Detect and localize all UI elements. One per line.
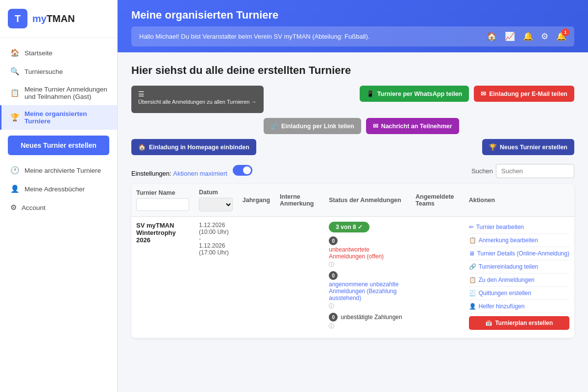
datum-filter-select[interactable] (199, 198, 233, 211)
status-text-2: angenommene unbezahlte Anmeldungen (Beza… (329, 281, 406, 301)
home-icon: 🏠 (10, 48, 20, 57)
action-helfer[interactable]: 👤 Helfer hinzufügen (469, 301, 569, 312)
new-turnier-button-label: Neues Turnier erstellen (500, 144, 567, 151)
sidebar-item-startseite[interactable]: 🏠 Startseite (0, 44, 117, 62)
action-quittungen[interactable]: 🧾 Quittungen erstellen (469, 288, 569, 299)
actions-row-1: ☰ Übersicht alle Anmeldungen zu allen Tu… (131, 86, 574, 113)
overview-button-label: Übersicht alle Anmeldungen zu allen Turn… (138, 99, 257, 105)
teams-badge: 3 von 8 ✓ (329, 222, 369, 232)
sidebar-item-account[interactable]: ⚙ Account (0, 198, 117, 217)
cell-anmerkung (275, 217, 324, 338)
action-einladung-teilen[interactable]: 🔗 Turniereinladung teilen (469, 261, 569, 272)
sidebar-item-anmeldungen[interactable]: 📋 Meine Turnier Anmeldungen und Teilnahm… (0, 81, 117, 105)
count-2: 0 (329, 271, 338, 280)
turnier-name: SV myTMAN Wintertrophy 2026 (136, 222, 189, 244)
sidebar-item-adressbuecher[interactable]: 👤 Meine Adressbücher (0, 180, 117, 198)
action-zu-anmeldungen[interactable]: 📋 Zu den Anmeldungen (469, 275, 569, 285)
sidebar-item-label: Meine archivierte Turniere (24, 167, 101, 174)
home-nav-icon[interactable]: 🏠 (487, 31, 497, 42)
name-filter-input[interactable] (136, 198, 189, 211)
date-from: 1.12.2026 (10:00 Uhr) (199, 222, 233, 235)
header-message: Hallo Michael! Du bist Veranstalter beim… (139, 33, 369, 40)
date-separator: - (199, 235, 233, 242)
notification-badge: 1 (562, 28, 569, 36)
count-3: 0 (329, 313, 338, 322)
info-icon-1[interactable]: ⓘ (329, 261, 334, 268)
sidebar-item-label: Startseite (24, 49, 52, 57)
info-icon-3[interactable]: ⓘ (329, 323, 334, 330)
list-icon: ☰ (138, 90, 145, 98)
chart-nav-icon[interactable]: 📈 (505, 31, 515, 42)
date-to: 1.12.2026 (17:00 Uhr) (199, 242, 233, 256)
nachricht-button[interactable]: ✉ Nachricht an Teilnehmer (366, 118, 459, 134)
bell-nav-icon[interactable]: 🔔 (523, 31, 533, 42)
user-act-icon: 👤 (469, 303, 476, 310)
calendar-icon: 📅 (485, 320, 492, 326)
link-button[interactable]: 🔗 Einladung per Link teilen (264, 118, 361, 134)
info-icon-2[interactable]: ⓘ (329, 302, 334, 310)
notification-nav-icon[interactable]: 🔔 1 (556, 31, 566, 42)
link-button-label: Einladung per Link teilen (281, 123, 354, 130)
clipboard-act-icon: 📋 (469, 237, 476, 244)
cell-teams (411, 217, 464, 338)
sidebar-item-meine-turniere[interactable]: 🏆 Meine organisierten Turniere (0, 105, 117, 130)
cell-name: SV myTMAN Wintertrophy 2026 (131, 217, 194, 338)
search-area: Suchen (471, 164, 574, 178)
col-name: Turnier Name (131, 184, 194, 217)
action-turnier-bearbeiten[interactable]: ✏ Turnier bearbeiten (469, 222, 569, 232)
email-icon: ✉ (481, 90, 486, 97)
email-button-label: Einladung per E-Mail teilen (489, 91, 567, 97)
col-anmerkung: Interne Anmerkung (275, 184, 324, 217)
overview-button[interactable]: ☰ Übersicht alle Anmeldungen zu allen Tu… (131, 86, 264, 113)
count-1: 0 (329, 236, 338, 245)
trophy-icon: 🏆 (10, 113, 20, 122)
email-button[interactable]: ✉ Einladung per E-Mail teilen (474, 86, 574, 102)
settings-nav-icon[interactable]: ⚙ (541, 31, 548, 42)
whatsapp-button-label: Turniere per WhatsApp teilen (377, 91, 462, 97)
aktionen-toggle[interactable] (233, 165, 252, 176)
new-turnier-button[interactable]: 🏆 Neues Turnier erstellen (482, 139, 574, 155)
whatsapp-icon: 📱 (367, 90, 374, 97)
sidebar-nav: 🏠 Startseite 🔍 Turniersuche 📋 Meine Turn… (0, 38, 117, 392)
col-aktionen: Aktionen (464, 184, 574, 217)
status-row-2: 0 angenommene unbezahlte Anmeldungen (Be… (329, 271, 406, 310)
homepage-button[interactable]: 🏠 Einladung in Homepage einbinden (131, 139, 256, 155)
trophy-btn-icon: 🏆 (489, 143, 497, 151)
status-row-1: 0 unbeantwortete Anmeldungen (offen) ⓘ (329, 236, 406, 268)
nachricht-button-label: Nachricht an Teilnehmer (381, 123, 452, 130)
monitor-icon: 🖥 (469, 250, 475, 257)
col-datum: Datum (194, 184, 238, 217)
action-turnier-details[interactable]: 🖥 Turnier Details (Online-Anmeldung) (469, 248, 569, 259)
action-anmerkung-bearbeiten[interactable]: 📋 Anmerkung bearbeiten (469, 235, 569, 246)
sidebar-item-turniersuche[interactable]: 🔍 Turniersuche (0, 62, 117, 81)
search-icon: 🔍 (10, 67, 20, 76)
status-row-3: 0 unbestätigte Zahlungen ⓘ (329, 313, 406, 330)
settings-text: Einstellungen: (131, 170, 172, 177)
cell-jahrgang (238, 217, 275, 338)
header-bar: Hallo Michael! Du bist Veranstalter beim… (131, 26, 574, 46)
share-icon: 🔗 (469, 263, 476, 270)
search-input[interactable] (496, 164, 574, 178)
link-icon: 🔗 (270, 122, 278, 130)
settings-label: Einstellungen: Aktionen maximiert (131, 165, 252, 177)
content-area: Hier siehst du alle deine erstellten Tur… (118, 52, 588, 392)
new-turnier-sidebar-button[interactable]: Neues Turnier erstellen (8, 136, 109, 155)
whatsapp-button[interactable]: 📱 Turniere per WhatsApp teilen (360, 86, 469, 102)
col-status: Status der Anmeldungen (324, 184, 411, 217)
status-text-3: unbestätigte Zahlungen (341, 314, 402, 321)
col-jahrgang: Jahrgang (238, 184, 275, 217)
sidebar-item-label: Turniersuche (24, 68, 63, 75)
search-label: Suchen (471, 167, 493, 175)
gear-icon: ⚙ (10, 203, 17, 212)
sidebar: T myTMAN 🏠 Startseite 🔍 Turniersuche 📋 M… (0, 0, 118, 392)
col-teams: Angemeldete Teams (411, 184, 464, 217)
sidebar-item-archiv[interactable]: 🕐 Meine archivierte Turniere (0, 161, 117, 180)
action-turnierplan[interactable]: 📅 Turnierplan erstellen (469, 316, 569, 330)
cell-status: 3 von 8 ✓ 0 unbeantwortete Anmeldungen (… (324, 217, 411, 338)
sidebar-item-label: Meine Adressbücher (24, 185, 85, 193)
cell-aktionen: ✏ Turnier bearbeiten 📋 Anmerkung bearbei… (464, 217, 574, 338)
sidebar-logo: T myTMAN (0, 0, 117, 38)
settings-bar: Einstellungen: Aktionen maximiert Suchen (131, 164, 574, 178)
logo-icon: T (8, 9, 27, 28)
top-header: Meine organisierten Turniere Hallo Micha… (118, 0, 588, 52)
